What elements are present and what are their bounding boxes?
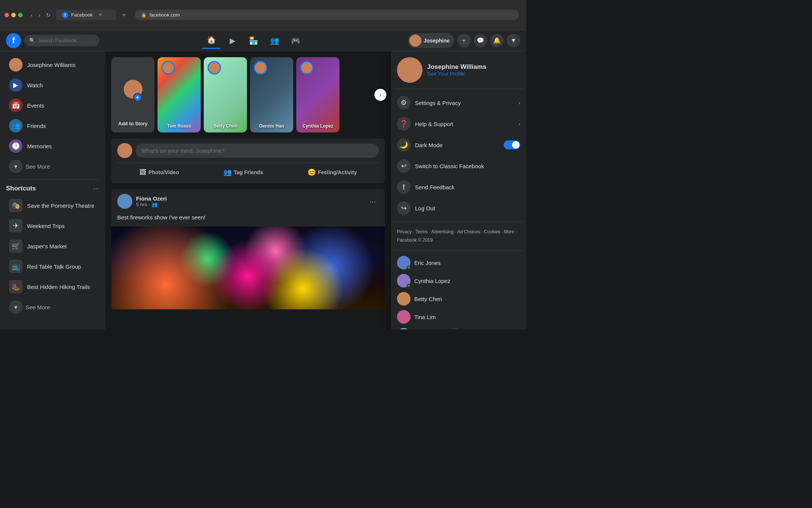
footer-advertising[interactable]: Advertising <box>431 229 453 234</box>
see-more-shortcuts-button[interactable]: ▼ See More <box>3 297 56 317</box>
search-input[interactable] <box>38 38 91 43</box>
nav-menu-button[interactable]: ▼ <box>507 34 520 47</box>
story-name-tom: Tom Russo <box>158 123 201 129</box>
story-tom-russo[interactable]: Tom Russo <box>158 57 201 132</box>
shortcut-weekend-icon: ✈ <box>9 219 23 233</box>
post-image-fiona <box>111 227 385 309</box>
search-box[interactable]: 🔍 <box>24 35 99 46</box>
story-betty-chen[interactable]: Betty Chen <box>204 57 247 132</box>
contact-avatar-tina <box>397 310 411 324</box>
sidebar-item-events[interactable]: 📅 Events <box>3 96 102 115</box>
contact-tina-lim[interactable]: Tina Lim <box>394 308 523 326</box>
memories-icon: 🕐 <box>9 139 23 153</box>
contact-name-betty: Betty Chen <box>414 296 442 302</box>
sidebar-item-memories[interactable]: 🕐 Memories <box>3 136 102 156</box>
address-bar[interactable]: 🔒 facebook.com <box>135 10 519 20</box>
tag-friends-button[interactable]: 👥 Tag Friends <box>219 166 268 179</box>
menu-user-section[interactable]: Josephine Williams See Your Profile <box>394 54 523 86</box>
add-story-card[interactable]: + Add to Story <box>111 57 155 132</box>
menu-item-settings[interactable]: ⚙ Settings & Privacy › <box>394 92 523 113</box>
browser-dots <box>5 13 23 17</box>
active-tab[interactable]: f Facebook ✕ <box>56 10 116 20</box>
add-story-label: Add to Story <box>111 121 155 126</box>
sidebar-watch-label: Watch <box>27 82 43 88</box>
tab-close-button[interactable]: ✕ <box>98 12 102 17</box>
post-dot: · <box>148 202 150 207</box>
contact-cynthia-lopez[interactable]: Cynthia Lopez <box>394 272 523 290</box>
nav-notifications-button[interactable]: 🔔 <box>490 34 504 47</box>
post-more-button-fiona[interactable]: ··· <box>367 196 379 207</box>
menu-item-logout[interactable]: ↪ Log Out <box>394 198 523 219</box>
dark-mode-toggle[interactable] <box>504 140 520 149</box>
add-story-plus-icon: + <box>133 93 142 102</box>
shortcut-pomeroy-label: Save the Pomeroy Theatre <box>27 202 94 209</box>
sidebar-divider <box>6 179 99 179</box>
story-cynthia-lopez[interactable]: Cynthia Lopez <box>296 57 339 132</box>
help-arrow-icon: › <box>518 121 520 127</box>
sidebar-item-profile[interactable]: Josephine Williams <box>3 55 102 75</box>
nav-messenger-button[interactable]: 💬 <box>474 34 487 47</box>
nav-gaming-button[interactable]: 🎮 <box>286 32 304 49</box>
footer-ad-choices[interactable]: Ad Choices <box>457 229 480 234</box>
facebook-logo[interactable]: f <box>6 33 21 48</box>
logout-icon: ↪ <box>397 201 411 215</box>
nav-user-button[interactable]: Josephine <box>408 33 454 48</box>
feeling-activity-button[interactable]: 😊 Feeling/Activity <box>303 166 361 179</box>
poster-name-fiona[interactable]: Fiona Ozeri <box>136 195 363 202</box>
nav-watch-button[interactable]: ▶ <box>223 32 241 49</box>
contact-molly-carter[interactable]: Molly Carter + <box>394 326 523 329</box>
photo-video-icon: 🖼 <box>139 169 146 176</box>
minimize-dot[interactable] <box>11 13 16 17</box>
shortcut-weekend-trips[interactable]: ✈ Weekend Trips <box>3 216 102 236</box>
see-more-button[interactable]: ▼ See More <box>3 157 56 176</box>
nav-groups-button[interactable]: 👥 <box>265 32 283 49</box>
footer-cookies[interactable]: Cookies <box>484 229 500 234</box>
stories-next-button[interactable]: › <box>374 89 386 101</box>
shortcuts-more-button[interactable]: ··· <box>93 184 99 193</box>
browser-chrome: ‹ › ↻ f Facebook ✕ + 🔒 facebook.com <box>0 0 526 30</box>
contact-eric-jones[interactable]: Eric Jones <box>394 254 523 272</box>
forward-button[interactable]: › <box>36 11 43 19</box>
shortcut-red-table[interactable]: 📺 Red Table Talk Group <box>3 257 102 276</box>
refresh-button[interactable]: ↻ <box>44 11 53 19</box>
menu-see-profile[interactable]: See Your Profile <box>427 71 486 77</box>
menu-item-help[interactable]: ❓ Help & Support › <box>394 113 523 134</box>
stories-row: + Add to Story Tom Russo Betty Chen <box>111 57 385 132</box>
nav-add-button[interactable]: + <box>457 34 471 47</box>
sidebar-item-friends[interactable]: 👥 Friends <box>3 116 102 135</box>
shortcut-hiking[interactable]: 🥾 Best Hidden Hiking Trails <box>3 277 102 297</box>
settings-icon: ⚙ <box>397 96 411 110</box>
right-panel: Josephine Williams See Your Profile ⚙ Se… <box>391 51 526 329</box>
menu-item-classic[interactable]: ↩ Switch to Classic Facebook <box>394 155 523 176</box>
friends-icon: 👥 <box>9 119 23 132</box>
footer-more[interactable]: More <box>504 229 514 234</box>
see-more-shortcuts-icon: ▼ <box>9 300 23 314</box>
nav-user-avatar <box>409 35 421 47</box>
back-button[interactable]: ‹ <box>29 11 35 19</box>
footer-privacy[interactable]: Privacy <box>397 229 412 234</box>
shortcut-hiking-label: Best Hidden Hiking Trails <box>27 284 90 290</box>
feedback-label: Send Feedback <box>415 184 520 190</box>
sidebar-item-watch[interactable]: ▶ Watch <box>3 75 102 95</box>
main-feed: + Add to Story Tom Russo Betty Chen <box>105 51 391 329</box>
menu-divider-3 <box>394 250 523 251</box>
menu-item-feedback[interactable]: ! Send Feedback <box>394 176 523 198</box>
feeling-activity-icon: 😊 <box>308 168 316 176</box>
close-dot[interactable] <box>5 13 9 17</box>
sidebar-memories-label: Memories <box>27 143 52 149</box>
story-dennis-han[interactable]: Dennis Han <box>250 57 293 132</box>
contact-betty-chen[interactable]: Betty Chen <box>394 290 523 308</box>
nav-home-button[interactable]: 🏠 <box>202 32 220 49</box>
help-label: Help & Support <box>415 121 514 127</box>
add-contact-button[interactable]: + <box>448 328 462 329</box>
footer-terms[interactable]: Terms <box>415 229 428 234</box>
settings-label: Settings & Privacy <box>415 100 514 106</box>
photo-video-button[interactable]: 🖼 Photo/Video <box>135 166 183 179</box>
nav-right: Josephine + 💬 🔔 ▼ <box>408 33 520 48</box>
nav-marketplace-button[interactable]: 🏪 <box>244 32 262 49</box>
shortcut-pomeroy[interactable]: 🎭 Save the Pomeroy Theatre <box>3 196 102 215</box>
new-tab-button[interactable]: + <box>119 12 129 18</box>
post-input[interactable] <box>135 144 379 158</box>
maximize-dot[interactable] <box>18 13 23 17</box>
shortcut-jaspers[interactable]: 🛒 Jasper's Market <box>3 236 102 256</box>
